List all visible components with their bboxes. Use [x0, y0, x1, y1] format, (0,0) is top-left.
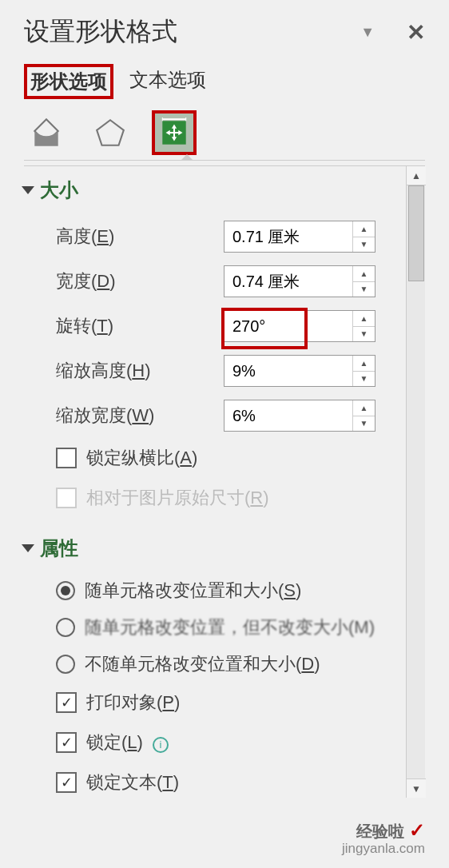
lock-text-label: 锁定文本(T) [86, 770, 179, 794]
svg-marker-0 [97, 120, 124, 145]
move-no-size-label: 随单元格改变位置，但不改变大小(M) [85, 615, 375, 639]
panel-menu-chevron-icon[interactable]: ▼ [360, 24, 375, 41]
section-properties-title: 属性 [40, 536, 78, 561]
rotation-spinner[interactable]: ▲▼ [224, 310, 375, 342]
section-size-title: 大小 [40, 177, 78, 203]
rotation-input[interactable] [224, 311, 344, 341]
info-icon[interactable]: i [153, 737, 169, 753]
print-object-label: 打印对象(P) [86, 691, 180, 715]
no-move-size-radio[interactable] [56, 655, 75, 674]
collapse-icon [22, 544, 34, 552]
scroll-up-icon[interactable]: ▲ [407, 166, 426, 185]
lock-aspect-label: 锁定纵横比(A) [86, 446, 197, 470]
close-icon[interactable]: ✕ [407, 19, 425, 46]
spin-up-icon[interactable]: ▲ [353, 356, 375, 372]
relative-original-label: 相对于图片原始尺寸(R) [86, 486, 269, 510]
scroll-thumb[interactable] [408, 185, 424, 281]
section-properties-header[interactable]: 属性 [24, 536, 398, 561]
width-label: 宽度(D) [56, 269, 224, 293]
no-move-size-label: 不随单元格改变位置和大小(D) [85, 652, 320, 676]
spin-down-icon[interactable]: ▼ [353, 282, 375, 297]
spin-up-icon[interactable]: ▲ [353, 266, 375, 282]
spin-down-icon[interactable]: ▼ [353, 327, 375, 342]
scrollbar[interactable]: ▲ ▼ [406, 166, 425, 798]
panel-title: 设置形状格式 [24, 14, 177, 50]
collapse-icon [22, 186, 34, 194]
scale-width-input[interactable] [224, 400, 344, 431]
scale-width-spinner[interactable]: ▲▼ [224, 400, 375, 432]
move-no-size-radio[interactable] [56, 618, 75, 637]
spin-up-icon[interactable]: ▲ [353, 311, 375, 327]
width-input[interactable] [224, 266, 344, 297]
spin-down-icon[interactable]: ▼ [353, 416, 375, 432]
relative-original-checkbox [56, 488, 77, 508]
section-size-header[interactable]: 大小 [24, 177, 398, 203]
spin-down-icon[interactable]: ▼ [353, 372, 375, 387]
locked-checkbox[interactable] [56, 732, 77, 753]
locked-label: 锁定(L) i [86, 731, 169, 755]
tab-text-options[interactable]: 文本选项 [125, 64, 211, 99]
rotation-label: 旋转(T) [56, 314, 224, 338]
size-properties-icon[interactable] [152, 110, 197, 155]
scale-height-input[interactable] [224, 356, 344, 386]
watermark: 经验啦 ✓ jingyanla.com [342, 819, 425, 857]
print-object-checkbox[interactable] [56, 692, 77, 713]
tab-shape-options[interactable]: 形状选项 [24, 64, 113, 99]
height-input[interactable] [224, 221, 344, 252]
scroll-down-icon[interactable]: ▼ [407, 778, 426, 798]
scale-width-label: 缩放宽度(W) [56, 404, 224, 428]
lock-text-checkbox[interactable] [56, 772, 77, 793]
spin-down-icon[interactable]: ▼ [353, 237, 375, 253]
scale-height-spinner[interactable]: ▲▼ [224, 355, 375, 387]
spin-up-icon[interactable]: ▲ [353, 400, 375, 416]
move-size-cells-label: 随单元格改变位置和大小(S) [85, 579, 301, 603]
spin-up-icon[interactable]: ▲ [353, 221, 375, 237]
height-label: 高度(E) [56, 225, 224, 249]
fill-line-icon[interactable] [24, 110, 69, 155]
scale-height-label: 缩放高度(H) [56, 359, 224, 383]
effects-icon[interactable] [88, 110, 133, 155]
width-spinner[interactable]: ▲▼ [224, 265, 375, 297]
move-size-cells-radio[interactable] [56, 581, 75, 600]
height-spinner[interactable]: ▲▼ [224, 221, 375, 253]
lock-aspect-checkbox[interactable] [56, 448, 77, 468]
